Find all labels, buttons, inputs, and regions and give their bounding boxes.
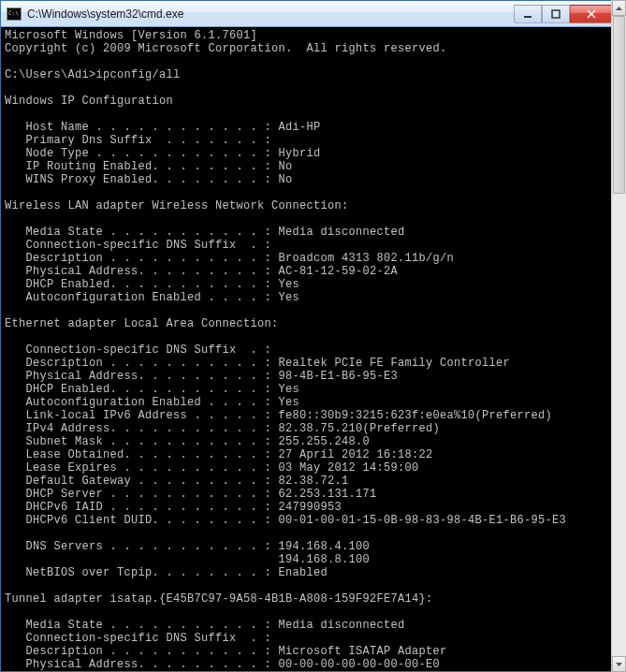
host-name-value: Adi-HP: [279, 121, 321, 134]
wlan-media-state-label: Media State . . . . . . . . . . . :: [5, 226, 279, 239]
chevron-up-icon: [616, 7, 622, 10]
cmd-icon: [7, 7, 22, 21]
eth-ll-ipv6-value: fe80::30b9:3215:623f:e0ea%10(Preferred): [279, 409, 553, 422]
scroll-thumb[interactable]: [613, 16, 625, 194]
eth-dns-srv-value2: 194.168.8.100: [279, 553, 371, 566]
eth-title: Ethernet adapter Local Area Connection:: [5, 317, 279, 330]
wins-proxy-label: WINS Proxy Enabled. . . . . . . . :: [5, 173, 279, 186]
isatap-media-state-value: Media disconnected: [279, 619, 405, 632]
eth-dns-srv-pad: [5, 553, 279, 566]
eth-dns-srv-value1: 194.168.4.100: [279, 540, 371, 553]
cmd-window: C:\Windows\system32\cmd.exe Microsoft Wi…: [0, 0, 616, 672]
isatap-phys-addr-label: Physical Address. . . . . . . . . :: [5, 658, 279, 671]
node-type-label: Node Type . . . . . . . . . . . . :: [5, 147, 279, 160]
eth-iaid-value: 247990953: [279, 501, 342, 514]
eth-phys-addr-label: Physical Address. . . . . . . . . :: [5, 370, 279, 383]
minimize-button[interactable]: [514, 5, 542, 23]
maximize-icon: [551, 9, 560, 19]
wlan-autoconf-value: Yes: [279, 291, 300, 304]
eth-description-label: Description . . . . . . . . . . . :: [5, 357, 279, 370]
close-icon: [587, 9, 596, 19]
eth-gateway-value: 82.38.72.1: [279, 475, 349, 488]
isatap-cxn-dns-label: Connection-specific DNS Suffix . :: [5, 632, 271, 645]
svg-line-3: [588, 10, 595, 18]
ip-routing-label: IP Routing Enabled. . . . . . . . :: [5, 160, 279, 173]
eth-lease-ex-value: 03 May 2012 14:59:00: [279, 461, 419, 475]
wipconf-title: Windows IP Configuration: [5, 95, 173, 108]
eth-dhcp-srv-value: 62.253.131.171: [279, 488, 377, 501]
eth-lease-ob-value: 27 April 2012 16:18:22: [279, 448, 433, 461]
eth-ipv4-label: IPv4 Address. . . . . . . . . . . :: [5, 422, 279, 435]
eth-dhcp-en-value: Yes: [279, 383, 300, 396]
eth-netbios-label: NetBIOS over Tcpip. . . . . . . . :: [5, 566, 279, 579]
eth-dns-srv-label: DNS Servers . . . . . . . . . . . :: [5, 540, 279, 553]
wlan-media-state-value: Media disconnected: [279, 226, 405, 239]
maximize-button[interactable]: [542, 5, 570, 23]
node-type-value: Hybrid: [279, 147, 321, 160]
wlan-description-value: Broadcom 4313 802.11b/g/n: [279, 252, 455, 265]
svg-rect-1: [552, 10, 560, 18]
eth-gateway-label: Default Gateway . . . . . . . . . :: [5, 475, 279, 488]
eth-iaid-label: DHCPv6 IAID . . . . . . . . . . . :: [5, 501, 279, 514]
eth-duid-value: 00-01-00-01-15-0B-98-83-98-4B-E1-B6-95-E…: [279, 514, 567, 527]
eth-dhcp-srv-label: DHCP Server . . . . . . . . . . . :: [5, 488, 279, 501]
wlan-autoconf-label: Autoconfiguration Enabled . . . . :: [5, 291, 279, 304]
prompt-cmd: ipconfig/all: [96, 68, 181, 81]
eth-ll-ipv6-label: Link-local IPv6 Address . . . . . :: [5, 409, 279, 422]
chevron-down-icon: [616, 663, 622, 666]
close-button[interactable]: [570, 5, 613, 23]
host-name-label: Host Name . . . . . . . . . . . . :: [5, 121, 279, 134]
wlan-cxn-dns-label: Connection-specific DNS Suffix . :: [5, 239, 271, 252]
ip-routing-value: No: [279, 160, 293, 173]
eth-phys-addr-value: 98-4B-E1-B6-95-E3: [279, 370, 399, 383]
eth-dhcp-en-label: DHCP Enabled. . . . . . . . . . . :: [5, 383, 279, 396]
header-line1: Microsoft Windows [Version 6.1.7601]: [5, 29, 257, 42]
isatap-media-state-label: Media State . . . . . . . . . . . :: [5, 619, 279, 632]
eth-autoconf-label: Autoconfiguration Enabled . . . . :: [5, 396, 279, 409]
eth-subnet-value: 255.255.248.0: [279, 435, 371, 448]
wlan-dhcp-en-label: DHCP Enabled. . . . . . . . . . . :: [5, 278, 279, 291]
eth-autoconf-value: Yes: [279, 396, 300, 409]
svg-line-2: [588, 10, 595, 18]
wlan-phys-addr-label: Physical Address. . . . . . . . . :: [5, 265, 279, 278]
header-line2: Copyright (c) 2009 Microsoft Corporation…: [5, 42, 447, 55]
window-controls: [514, 5, 613, 23]
wlan-phys-addr-value: AC-81-12-59-02-2A: [279, 265, 399, 278]
eth-netbios-value: Enabled: [279, 566, 328, 579]
eth-ipv4-value: 82.38.75.210(Preferred): [279, 422, 441, 435]
scroll-down-button[interactable]: [612, 656, 626, 672]
window-title: C:\Windows\system32\cmd.exe: [27, 7, 514, 21]
isatap-description-value: Microsoft ISATAP Adapter: [279, 645, 447, 658]
svg-marker-5: [616, 663, 622, 666]
eth-lease-ex-label: Lease Expires . . . . . . . . . . :: [5, 461, 279, 475]
scroll-up-button[interactable]: [612, 0, 626, 16]
svg-marker-4: [616, 7, 622, 10]
eth-duid-label: DHCPv6 Client DUID. . . . . . . . :: [5, 514, 279, 527]
scroll-track[interactable]: [612, 16, 626, 656]
terminal-output[interactable]: Microsoft Windows [Version 6.1.7601] Cop…: [1, 27, 615, 671]
eth-subnet-label: Subnet Mask . . . . . . . . . . . :: [5, 435, 279, 448]
isatap-title: Tunnel adapter isatap.{E45B7C97-9A58-4B1…: [5, 592, 433, 606]
eth-lease-ob-label: Lease Obtained. . . . . . . . . . :: [5, 448, 279, 461]
wlan-description-label: Description . . . . . . . . . . . :: [5, 252, 279, 265]
isatap-description-label: Description . . . . . . . . . . . :: [5, 645, 279, 658]
minimize-icon: [523, 9, 532, 19]
isatap-phys-addr-value: 00-00-00-00-00-00-00-E0: [279, 658, 441, 671]
wins-proxy-value: No: [279, 173, 293, 186]
prompt-path: C:\Users\Adi>: [5, 68, 96, 81]
primary-dns-label: Primary Dns Suffix . . . . . . . :: [5, 134, 271, 147]
titlebar[interactable]: C:\Windows\system32\cmd.exe: [1, 1, 615, 27]
eth-description-value: Realtek PCIe FE Family Controller: [279, 357, 511, 370]
eth-cxn-dns-label: Connection-specific DNS Suffix . :: [5, 343, 271, 357]
svg-rect-0: [524, 16, 531, 18]
vertical-scrollbar: [611, 0, 626, 672]
wlan-dhcp-en-value: Yes: [279, 278, 300, 291]
wlan-title: Wireless LAN adapter Wireless Network Co…: [5, 199, 349, 212]
